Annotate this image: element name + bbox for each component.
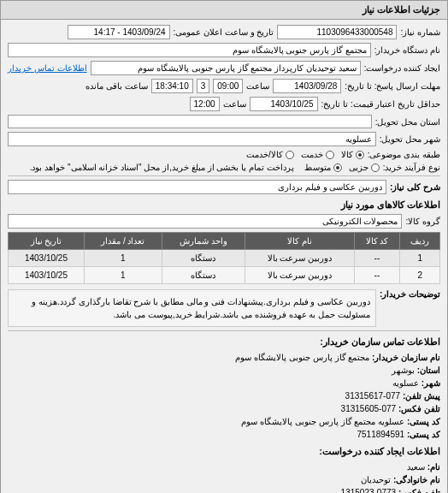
creator-label: ایجاد کننده درخواست: — [364, 63, 440, 73]
lname-value: توحیدیان — [361, 475, 391, 484]
postcode-value: 7511894591 — [357, 430, 404, 439]
fax-label: تلفن فکس: — [398, 404, 440, 413]
need-title-value: دوربین عکاسی و فیلم برداری — [8, 180, 386, 194]
table-col-header: تاریخ نیاز — [9, 233, 85, 250]
delivery-time: 12:00 — [190, 97, 220, 111]
contact-header: اطلاعات تماس سازمان خریدار: — [8, 336, 440, 347]
table-col-header: نام کالا — [245, 233, 354, 250]
province-label: استان محل تحویل: — [375, 117, 440, 127]
process-note: پرداخت تمام یا بخشی از مبلغ خرید,از محل … — [30, 163, 294, 172]
radio-kala[interactable]: کالا — [341, 150, 364, 159]
table-cell: دستگاه — [162, 267, 245, 284]
subject-type-label: طبقه بندی موضوعی: — [368, 150, 440, 159]
announce-value: 1403/09/24 - 14:17 — [68, 25, 170, 39]
table-col-header: واحد شمارش — [162, 233, 245, 250]
radio-low[interactable]: جزیی — [349, 163, 380, 172]
creator-value: سعید توحیدیان کارپرداز مجتمع گاز پارس جن… — [91, 61, 361, 75]
divider — [8, 330, 440, 331]
table-cell: -- — [354, 250, 400, 267]
goods-header: اطلاعات کالاهای مورد نیاز — [8, 199, 440, 211]
radio-dot-icon — [333, 163, 342, 172]
need-title-label: شرح کلی نیاز: — [390, 182, 440, 192]
c-province-value: بوشهر — [392, 365, 415, 375]
deadline-time: 09:00 — [213, 79, 243, 93]
table-cell: -- — [354, 267, 400, 284]
remaining-label: ساعت باقی مانده — [85, 81, 148, 91]
table-cell: 1 — [84, 267, 162, 284]
table-cell: 2 — [400, 267, 440, 284]
delivery-time-label: ساعت — [223, 99, 246, 109]
deadline-time-label: ساعت — [246, 81, 269, 91]
c-province-label: استان: — [417, 365, 440, 375]
deadline-date: 1403/09/28 — [273, 79, 341, 93]
phone-value: 0773-1315023 — [341, 488, 397, 493]
lname-label: نام خانوادگی: — [393, 475, 440, 484]
table-cell: 1403/10/25 — [9, 250, 85, 267]
table-cell: 1 — [84, 250, 162, 267]
radio-dot-icon — [371, 163, 380, 172]
radio-service[interactable]: خدمت — [301, 150, 334, 159]
org-label: نام سازمان خریدار: — [372, 353, 440, 362]
desc-label: توضیحات خریدار: — [380, 289, 440, 299]
buyer-value: مجتمع گاز پارس جنوبی پالایشگاه سوم — [8, 43, 371, 57]
group-value: محصولات الکترونیکی — [8, 214, 402, 229]
table-col-header: تعداد / مقدار — [84, 233, 162, 250]
org-value: مجتمع گاز پارس جنوبی پالایشگاه سوم — [235, 353, 369, 362]
c-city-value: عسلویه — [392, 378, 419, 388]
table-row[interactable]: 1--دوربین سرعت بالادستگاه11403/10/25 — [9, 250, 440, 267]
radio-both[interactable]: کالا/خدمت — [246, 150, 294, 159]
form-section: شماره نیاز: 1103096433000548 تاریخ و ساع… — [1, 20, 447, 493]
table-cell: دستگاه — [162, 250, 245, 267]
table-col-header: کد کالا — [354, 233, 400, 250]
post-value: عسلویه مجتمع گاز پارس جنوبی پالایشگاه سو… — [241, 417, 404, 426]
remaining-days: 3 — [197, 79, 210, 93]
number-value: 1103096433000548 — [277, 25, 397, 39]
table-cell: دوربین سرعت بالا — [245, 267, 354, 284]
radio-mid[interactable]: متوسط — [304, 163, 342, 172]
subject-type-radios: کالا خدمت کالا/خدمت — [246, 150, 364, 159]
table-cell: 1403/10/25 — [9, 267, 85, 284]
radio-dot-icon — [356, 151, 364, 159]
goods-table: ردیفکد کالانام کالاواحد شمارشتعداد / مقد… — [8, 232, 440, 284]
prephone-label: پیش تلفن: — [403, 391, 440, 401]
post-label: کد پستی: — [407, 417, 440, 426]
creator-contact-header: اطلاعات ایجاد کننده درخواست: — [8, 446, 440, 457]
fname-value: سعید — [407, 462, 425, 472]
city-value: عسلویه — [8, 132, 376, 146]
remaining-time: 18:34:10 — [151, 79, 193, 93]
details-panel: جزئیات اطلاعات نیاز شماره نیاز: 11030964… — [0, 0, 448, 493]
delivery-label: حداقل تاریخ اعتبار قیمت: تا تاریخ: — [321, 99, 440, 109]
desc-value: دوربین عکاسی و فیلم برداری.پیشنهادات فنی… — [8, 289, 376, 327]
table-row[interactable]: 2--دوربین سرعت بالادستگاه11403/10/25 — [9, 267, 440, 284]
province-value — [8, 115, 372, 128]
table-col-header: ردیف — [400, 233, 440, 250]
city-label: شهر محل تحویل: — [380, 134, 440, 144]
group-label: گروه کالا: — [405, 217, 440, 226]
announce-label: تاریخ و ساعت اعلان عمومی: — [174, 27, 274, 37]
table-cell: 1 — [400, 250, 440, 267]
panel-header: جزئیات اطلاعات نیاز — [1, 1, 447, 20]
table-cell: دوربین سرعت بالا — [245, 250, 354, 267]
number-label: شماره نیاز: — [400, 27, 440, 37]
c-city-label: شهر: — [421, 378, 440, 388]
radio-dot-icon — [326, 151, 334, 159]
phone-label: تلفن فکس: — [398, 488, 440, 493]
fname-label: نام: — [427, 462, 440, 472]
postcode-label: کد پستی: — [407, 430, 440, 439]
deadline-label: مهلت ارسال پاسخ: تا تاریخ: — [345, 81, 440, 91]
divider — [8, 175, 440, 176]
process-label: نوع فرآیند خرید: — [383, 163, 440, 172]
buyer-label: نام دستگاه خریدار: — [374, 45, 440, 55]
buyer-contact-link[interactable]: اطلاعات تماس خریدار — [8, 63, 87, 73]
delivery-date: 1403/10/25 — [250, 97, 318, 111]
radio-dot-icon — [286, 151, 294, 159]
prephone-value: 077-31315617 — [345, 391, 401, 401]
process-radios: جزیی متوسط — [304, 163, 380, 172]
fax-value: 077-31315605 — [341, 404, 397, 413]
